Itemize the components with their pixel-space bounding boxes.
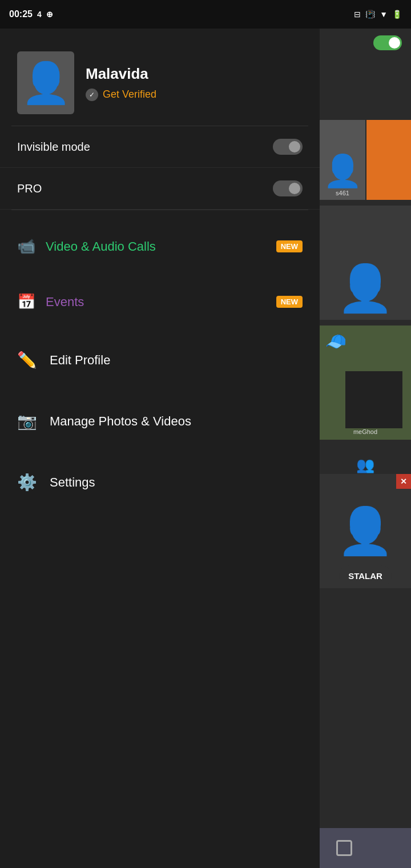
edit-profile-label: Edit Profile <box>50 353 110 368</box>
stalar-button[interactable]: STALAR <box>339 565 392 586</box>
network-icon: 4 <box>37 10 42 19</box>
avatar-silhouette-icon: 👤 <box>21 59 71 106</box>
verify-check-icon: ✓ <box>86 89 98 101</box>
camera-icon: 📷 <box>17 412 37 431</box>
main-container: ✈ Visiting tings ✕ 👤 s461 👤 🧢 meGhod <box>0 29 411 868</box>
spacer-3 <box>0 321 320 338</box>
events-label: Events <box>46 295 84 310</box>
events-icon: 📅 <box>17 293 35 311</box>
pro-toggle[interactable] <box>273 180 303 196</box>
drawer: 👤 Malavida ✓ Get Verified Invisible mode… <box>0 29 320 868</box>
video-audio-calls-label: Video & Audio Calls <box>46 239 156 254</box>
invisible-mode-label: Invisible mode <box>17 140 90 154</box>
video-audio-calls-item[interactable]: 📹 Video & Audio Calls NEW <box>0 227 320 266</box>
pro-label: PRO <box>17 182 42 195</box>
avatar: 👤 <box>17 51 74 114</box>
spacer-2 <box>0 266 320 283</box>
green-toggle-area <box>364 29 411 57</box>
vibrate-icon: 📳 <box>365 10 375 19</box>
get-verified-label[interactable]: Get Verified <box>103 89 156 101</box>
video-icon: 📹 <box>17 238 35 255</box>
settings-icon: ⚙️ <box>17 473 37 492</box>
user-thumb-4[interactable]: 🧢 meGhod <box>320 326 411 440</box>
wifi-icon: ▼ <box>380 10 388 19</box>
settings-label: Settings <box>50 475 95 490</box>
username-1: s461 <box>336 190 349 196</box>
right-panel: ✈ Visiting tings ✕ 👤 s461 👤 🧢 meGhod <box>320 29 411 868</box>
events-item[interactable]: 📅 Events NEW <box>0 283 320 321</box>
recent-apps-icon <box>336 840 352 856</box>
spacer-1 <box>0 210 320 227</box>
profile-section: 👤 Malavida ✓ Get Verified <box>0 29 320 126</box>
user-thumb-2[interactable] <box>366 120 411 200</box>
invisible-mode-toggle[interactable] <box>273 139 303 155</box>
profile-info: Malavida ✓ Get Verified <box>86 65 156 101</box>
recent-apps-button[interactable] <box>336 840 352 856</box>
profile-name: Malavida <box>86 65 156 83</box>
pro-row[interactable]: PRO <box>0 168 320 210</box>
get-verified-row[interactable]: ✓ Get Verified <box>86 89 156 101</box>
edit-profile-icon: ✏️ <box>17 351 37 369</box>
invisible-mode-row[interactable]: Invisible mode <box>0 126 320 168</box>
manage-photos-item[interactable]: 📷 Manage Photos & Videos <box>0 399 320 443</box>
spacer-4 <box>0 382 320 399</box>
events-new-badge: NEW <box>276 296 303 308</box>
status-time: 00:25 <box>9 9 33 19</box>
battery-icon: 🔋 <box>392 10 402 19</box>
green-toggle[interactable] <box>373 35 402 50</box>
lists-icon: 👥 <box>356 456 374 474</box>
user-thumb-1[interactable]: 👤 s461 <box>320 120 365 200</box>
red-x-badge[interactable]: ✕ <box>396 474 411 489</box>
settings-item[interactable]: ⚙️ Settings <box>0 460 320 504</box>
status-bar: 00:25 4 ⊕ ⊟ 📳 ▼ 🔋 <box>0 0 411 29</box>
cast-icon: ⊟ <box>354 10 361 19</box>
video-calls-new-badge: NEW <box>276 240 303 252</box>
location-icon: ⊕ <box>46 10 53 19</box>
user-thumb-3[interactable]: 👤 <box>320 206 411 320</box>
spacer-5 <box>0 443 320 460</box>
edit-profile-item[interactable]: ✏️ Edit Profile <box>0 338 320 382</box>
username-2: meGhod <box>353 428 377 435</box>
manage-photos-label: Manage Photos & Videos <box>50 414 191 429</box>
